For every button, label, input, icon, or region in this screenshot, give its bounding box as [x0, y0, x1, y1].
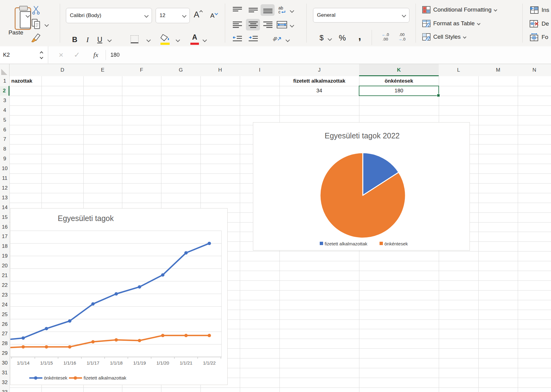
increase-font-button[interactable]: A: [192, 8, 204, 21]
column-header-F[interactable]: F: [122, 64, 161, 76]
row-header-23[interactable]: 23: [0, 290, 9, 300]
align-top-button[interactable]: [232, 6, 243, 14]
row-header-32[interactable]: 32: [0, 378, 9, 387]
line-chart[interactable]: 1/1/141/1/151/1/161/1/171/1/181/1/191/1/…: [10, 208, 228, 385]
wrap-text-button[interactable]: abc: [276, 5, 288, 15]
cell-J2[interactable]: 34: [279, 86, 359, 96]
column-header-E[interactable]: E: [83, 64, 122, 76]
row-header-28[interactable]: 28: [0, 339, 9, 348]
align-left-button[interactable]: [232, 21, 243, 29]
column-header-I[interactable]: I: [240, 64, 279, 76]
row-header-22[interactable]: 22: [0, 280, 9, 290]
row-header-1[interactable]: 1: [0, 76, 9, 86]
cancel-button[interactable]: ×: [55, 46, 67, 63]
orientation-chevron-icon[interactable]: [286, 38, 290, 42]
cell-partial1[interactable]: nazottak: [9, 76, 41, 86]
borders-button[interactable]: [131, 35, 139, 43]
row-header-8[interactable]: 8: [0, 144, 9, 154]
fill-color-button[interactable]: [160, 33, 170, 42]
row-header-24[interactable]: 24: [0, 300, 9, 310]
row-header-14[interactable]: 14: [0, 203, 9, 212]
align-center-button[interactable]: [248, 21, 259, 29]
row-header-2[interactable]: 2: [0, 86, 9, 96]
delete-cells-button[interactable]: De: [530, 20, 549, 28]
currency-chevron-icon[interactable]: [328, 37, 332, 41]
column-header-K[interactable]: K: [359, 64, 439, 76]
italic-button[interactable]: I: [83, 34, 92, 45]
row-header-25[interactable]: 25: [0, 310, 9, 319]
row-header-30[interactable]: 30: [0, 358, 9, 368]
row-header-18[interactable]: 18: [0, 241, 9, 251]
select-all-corner[interactable]: [0, 64, 9, 76]
decrease-indent-button[interactable]: [232, 35, 243, 43]
font-color-button[interactable]: A: [190, 32, 200, 42]
increase-indent-button[interactable]: [248, 35, 259, 43]
row-header-26[interactable]: 26: [0, 319, 9, 329]
decrease-font-button[interactable]: A: [208, 10, 220, 21]
underline-chevron-icon[interactable]: [107, 38, 112, 42]
row-header-21[interactable]: 21: [0, 271, 9, 280]
merge-center-button[interactable]: [276, 20, 288, 29]
column-header-D[interactable]: D: [41, 64, 83, 76]
align-right-button[interactable]: [262, 21, 273, 29]
borders-chevron-icon[interactable]: [146, 38, 151, 42]
column-header-L[interactable]: L: [439, 64, 478, 76]
row-header-27[interactable]: 27: [0, 329, 9, 339]
enter-button[interactable]: ✓: [71, 46, 83, 63]
decrease-decimal-button[interactable]: .00 →.0: [394, 32, 409, 41]
insert-cells-button[interactable]: Ins: [530, 6, 549, 14]
name-box-spinner-up-icon[interactable]: [40, 51, 43, 55]
wrap-text-chevron-icon[interactable]: [290, 9, 294, 13]
row-header-15[interactable]: 15: [0, 212, 9, 222]
formula-input[interactable]: 180: [110, 46, 171, 63]
font-name-combo[interactable]: Calibri (Body): [66, 8, 152, 23]
fill-handle[interactable]: [437, 94, 440, 97]
comma-button[interactable]: ,: [356, 29, 364, 43]
row-header-7[interactable]: 7: [0, 134, 9, 144]
row-header-29[interactable]: 29: [0, 348, 9, 358]
paste-button[interactable]: [7, 4, 24, 26]
row-header-20[interactable]: 20: [0, 261, 9, 271]
bold-button[interactable]: B: [70, 34, 80, 45]
column-header-J[interactable]: J: [279, 64, 359, 76]
cut-button[interactable]: [32, 5, 40, 15]
row-header-3[interactable]: 3: [0, 96, 9, 105]
row-header-5[interactable]: 5: [0, 115, 9, 125]
column-header-partial[interactable]: [9, 64, 41, 76]
format-cells-button[interactable]: Fo: [530, 33, 548, 41]
row-header-31[interactable]: 31: [0, 368, 9, 378]
column-header-H[interactable]: H: [200, 64, 240, 76]
currency-button[interactable]: $: [317, 32, 326, 44]
number-format-combo[interactable]: General: [313, 8, 409, 23]
row-header-17[interactable]: 17: [0, 232, 9, 241]
column-header-M[interactable]: M: [478, 64, 518, 76]
underline-button[interactable]: U: [95, 34, 105, 45]
cell-K1[interactable]: önkéntesek: [359, 76, 439, 86]
align-bottom-button[interactable]: [262, 6, 273, 14]
copy-button[interactable]: [31, 18, 41, 30]
percent-button[interactable]: %: [336, 32, 348, 44]
row-header-6[interactable]: 6: [0, 125, 9, 135]
cell-styles-button[interactable]: Cell Styles: [422, 33, 466, 41]
font-size-combo[interactable]: 12: [156, 8, 190, 23]
format-as-table-button[interactable]: Format as Table: [422, 20, 480, 27]
name-box[interactable]: K2: [0, 46, 48, 63]
cell-J1[interactable]: fizetett alkalmazottak: [279, 76, 359, 86]
column-header-G[interactable]: G: [161, 64, 200, 76]
row-header-12[interactable]: 12: [0, 183, 9, 193]
row-header-11[interactable]: 11: [0, 173, 9, 183]
pie-chart[interactable]: Egyesületi tagok 2022fizetett alkalmazot…: [253, 122, 470, 251]
insert-function-button[interactable]: fx: [89, 46, 103, 63]
row-header-16[interactable]: 16: [0, 222, 9, 232]
increase-decimal-button[interactable]: ←.0 .00: [378, 32, 393, 41]
format-painter-button[interactable]: [31, 31, 41, 43]
column-header-N[interactable]: N: [518, 64, 551, 76]
align-middle-button[interactable]: [248, 6, 259, 14]
row-header-33[interactable]: 33: [0, 387, 9, 392]
conditional-formatting-button[interactable]: Conditional Formatting: [422, 6, 497, 13]
row-header-9[interactable]: 9: [0, 154, 9, 164]
fill-color-chevron-icon[interactable]: [176, 38, 180, 42]
merge-center-chevron-icon[interactable]: [290, 23, 294, 27]
row-header-19[interactable]: 19: [0, 251, 9, 261]
copy-dropdown-chevron-icon[interactable]: [45, 23, 49, 27]
